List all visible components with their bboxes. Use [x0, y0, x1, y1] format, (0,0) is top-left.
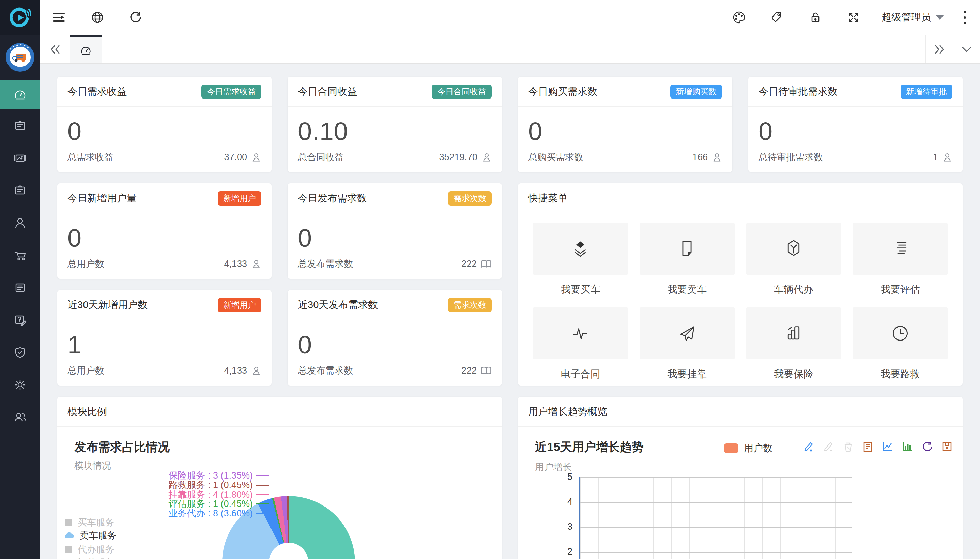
- status-badge: 新增用户: [218, 298, 261, 312]
- quick-menu-road-rescue[interactable]: 我要路救: [853, 308, 948, 385]
- clock-icon: [890, 324, 910, 343]
- quick-menu-insurance[interactable]: 我要保险: [746, 308, 841, 385]
- status-badge: 新增待审批: [901, 84, 952, 99]
- quick-menu-evaluate[interactable]: 我要评估: [853, 223, 948, 303]
- stat-card-demands-today: 今日发布需求数 需求次数 0 总发布需求数 222: [288, 184, 502, 279]
- pie-chart-title: 发布需求占比情况: [74, 439, 170, 455]
- fullscreen-button[interactable]: [835, 0, 873, 35]
- quick-menu-vehicle-agency[interactable]: 车辆代办: [746, 223, 841, 303]
- card-title: 用户增长趋势概览: [528, 405, 607, 418]
- legend-marker: [724, 443, 738, 453]
- quick-menu-card: 快捷菜单 我要买车 我要卖车 车辆代办: [518, 184, 963, 385]
- edit-add-icon[interactable]: [802, 440, 815, 453]
- legend-item-evaluate-service[interactable]: 评估服务: [65, 556, 114, 559]
- more-options-button[interactable]: [953, 11, 980, 24]
- line-chart-icon[interactable]: [881, 440, 894, 453]
- card-title: 今日发布需求数: [298, 192, 367, 205]
- user-name: 超级管理员: [881, 11, 931, 24]
- dashboard-page: 超级管理员 今日需: [0, 0, 980, 559]
- chart-plot-area[interactable]: [579, 477, 852, 559]
- sidebar-item-users-group[interactable]: [0, 401, 40, 433]
- stat-card-demands-30d: 近30天发布需求数 需求次数 0 总发布需求数 222: [288, 290, 502, 385]
- legend-marker: [65, 546, 72, 553]
- paper-plane-icon: [677, 324, 697, 343]
- sidebar-item-settings[interactable]: [0, 369, 40, 401]
- stat-value: 0: [298, 330, 492, 359]
- y-axis-tick: 3: [552, 521, 572, 532]
- save-image-icon[interactable]: [941, 440, 953, 453]
- stat-card-pending-approval: 今日待审批需求数 新增待审批 0 总待审批需求数 1: [748, 77, 963, 172]
- app-logo[interactable]: [0, 0, 40, 35]
- legend-item-buy-service[interactable]: 买车服务: [65, 516, 114, 529]
- stat-value: 0: [528, 117, 722, 146]
- language-button[interactable]: [78, 0, 117, 35]
- unlock-icon: [809, 11, 822, 24]
- stat-footer-label: 总发布需求数: [298, 258, 353, 270]
- y-axis-tick: 5: [552, 472, 572, 482]
- tag-button[interactable]: [758, 0, 796, 35]
- stat-footer-label: 总用户数: [68, 258, 104, 270]
- stack-layers-icon: [571, 239, 590, 259]
- tabs-menu-button[interactable]: [953, 35, 980, 63]
- tab-dashboard[interactable]: [70, 35, 102, 63]
- sidebar-item-clipboard-2[interactable]: [0, 174, 40, 207]
- quick-menu-label: 我要保险: [746, 367, 841, 381]
- restore-icon[interactable]: [921, 440, 933, 453]
- sidebar-item-user[interactable]: [0, 207, 40, 239]
- document-icon: [14, 281, 26, 294]
- user-dropdown[interactable]: 超级管理员: [873, 11, 953, 24]
- quick-menu-label: 车辆代办: [746, 283, 841, 296]
- sidebar-item-help-edit[interactable]: [0, 304, 40, 336]
- topbar: 超级管理员: [40, 0, 980, 35]
- banner-image-icon: [14, 152, 26, 164]
- card-title: 今日新增用户量: [68, 192, 137, 205]
- quick-menu-sell-car[interactable]: 我要卖车: [640, 223, 735, 303]
- edit-remove-icon[interactable]: [822, 440, 835, 453]
- user-growth-card: 用户增长趋势概览 近15天用户增长趋势 用户增长 用户数: [518, 397, 963, 559]
- legend-item-agency-service[interactable]: 代办服务: [65, 543, 114, 556]
- main-content: 今日需求收益 今日需求收益 0 总需求收益 37.00 今日合同收益 今日合同收…: [40, 64, 980, 559]
- box-cube-icon: [784, 239, 803, 259]
- quick-menu-e-contract[interactable]: 电子合同: [533, 308, 628, 385]
- quick-menu-label: 我要卖车: [640, 283, 735, 296]
- document-page-icon: [677, 239, 697, 259]
- theme-button[interactable]: [720, 0, 758, 35]
- book-icon: [481, 259, 492, 269]
- stat-card-demand-revenue: 今日需求收益 今日需求收益 0 总需求收益 37.00: [57, 77, 272, 172]
- buildings-icon: [784, 324, 803, 343]
- clear-icon[interactable]: [842, 440, 854, 453]
- series-legend-users[interactable]: 用户数: [724, 442, 772, 455]
- data-view-icon[interactable]: [862, 440, 874, 453]
- collapse-menu-button[interactable]: [40, 0, 78, 35]
- stat-card-contract-revenue: 今日合同收益 今日合同收益 0.10 总合同收益 35219.70: [288, 77, 502, 172]
- sidebar-item-banner[interactable]: [0, 142, 40, 174]
- stat-card-new-users-30d: 近30天新增用户数 新增用户 1 总用户数 4,133: [57, 290, 272, 385]
- collapse-menu-icon: [53, 12, 66, 23]
- tabs-scroll-right-button[interactable]: [926, 35, 953, 63]
- user-icon: [942, 152, 952, 162]
- status-badge: 需求次数: [448, 191, 492, 205]
- cloud-marker-icon: [65, 532, 74, 539]
- sidebar-item-dashboard[interactable]: [0, 80, 40, 109]
- double-chevron-left-icon: [49, 44, 61, 55]
- sidebar-item-document[interactable]: [0, 271, 40, 304]
- stat-footer-label: 总购买需求数: [528, 151, 583, 163]
- sidebar-item-shield[interactable]: [0, 336, 40, 369]
- stat-value: 0.10: [298, 117, 492, 146]
- card-title: 近30天发布需求数: [298, 298, 378, 312]
- bar-chart-icon[interactable]: [901, 440, 914, 453]
- refresh-icon: [129, 11, 142, 24]
- refresh-button[interactable]: [117, 0, 155, 35]
- card-title: 近30天新增用户数: [68, 298, 148, 312]
- quick-menu-label: 电子合同: [533, 367, 628, 381]
- sidebar-item-clipboard[interactable]: [0, 109, 40, 142]
- lock-screen-button[interactable]: [796, 0, 835, 35]
- tabs-scroll-left-button[interactable]: [40, 35, 70, 63]
- chart-toolbox: [802, 440, 953, 453]
- stat-value: 0: [298, 223, 492, 253]
- sidebar-item-cart[interactable]: [0, 239, 40, 271]
- stat-footer-label: 总合同收益: [298, 151, 344, 163]
- quick-menu-affiliation[interactable]: 我要挂靠: [640, 308, 735, 385]
- quick-menu-buy-car[interactable]: 我要买车: [533, 223, 628, 303]
- legend-item-sell-service[interactable]: 卖车服务: [65, 529, 117, 542]
